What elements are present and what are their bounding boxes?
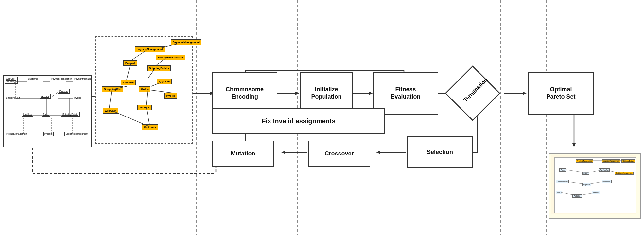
selection-label: Selection xyxy=(427,149,453,156)
svg-line-73 xyxy=(587,181,607,184)
svg-marker-14 xyxy=(369,92,373,95)
svg-marker-18 xyxy=(523,92,527,95)
svg-line-62 xyxy=(112,86,127,90)
mutation-box: Mutation xyxy=(212,141,274,167)
svg-line-57 xyxy=(156,58,166,65)
svg-line-53 xyxy=(161,44,177,48)
optimal-pareto-set-box: Optimal Pareto Set xyxy=(528,72,594,115)
uml-connectors xyxy=(4,76,91,147)
svg-line-72 xyxy=(563,181,587,184)
svg-line-70 xyxy=(587,170,603,173)
crossover-label: Crossover xyxy=(324,150,354,157)
svg-marker-12 xyxy=(295,92,299,95)
chromosome-encoding-label: Chromosome Encoding xyxy=(226,86,264,100)
uml-class-diagram: WebUser «boundary» Customer PaymentTrans… xyxy=(3,75,92,147)
svg-line-55 xyxy=(131,50,146,60)
crossover-box: Crossover xyxy=(308,141,370,167)
fix-invalid-label: Fix Invalid assignments xyxy=(262,118,336,125)
graph-diagram: PaymentManagement LogisticManagement Pay… xyxy=(95,36,193,144)
svg-line-69 xyxy=(566,170,587,173)
fitness-evaluation-label: Fitness Evaluation xyxy=(391,86,420,100)
svg-line-64 xyxy=(146,107,149,124)
svg-line-61 xyxy=(148,90,172,93)
main-diagram: WebUser «boundary» Customer PaymentTrans… xyxy=(0,0,644,235)
selection-box: Selection xyxy=(407,136,473,168)
svg-line-58 xyxy=(148,69,154,79)
svg-marker-25 xyxy=(281,151,285,154)
svg-line-56 xyxy=(127,60,131,80)
svg-marker-23 xyxy=(376,151,380,154)
fix-invalid-box: Fix Invalid assignments xyxy=(212,108,385,134)
graph-edges xyxy=(96,37,192,143)
svg-marker-37 xyxy=(572,143,576,147)
svg-line-75 xyxy=(577,192,597,196)
svg-line-74 xyxy=(561,192,577,196)
result-connectors xyxy=(549,154,640,218)
svg-line-60 xyxy=(146,90,148,105)
result-pareto-diagram: ProductManagement LogisticsManagement Sh… xyxy=(549,153,641,219)
svg-line-71 xyxy=(603,170,620,173)
termination-diamond: Termination xyxy=(453,74,492,113)
svg-line-65 xyxy=(113,111,149,127)
svg-line-63 xyxy=(109,90,112,108)
initialize-population-label: Initialize Population xyxy=(311,86,342,100)
mutation-label: Mutation xyxy=(231,150,255,157)
svg-line-43 xyxy=(50,92,58,98)
optimal-pareto-set-label: Optimal Pareto Set xyxy=(546,86,575,100)
svg-line-59 xyxy=(151,82,161,86)
